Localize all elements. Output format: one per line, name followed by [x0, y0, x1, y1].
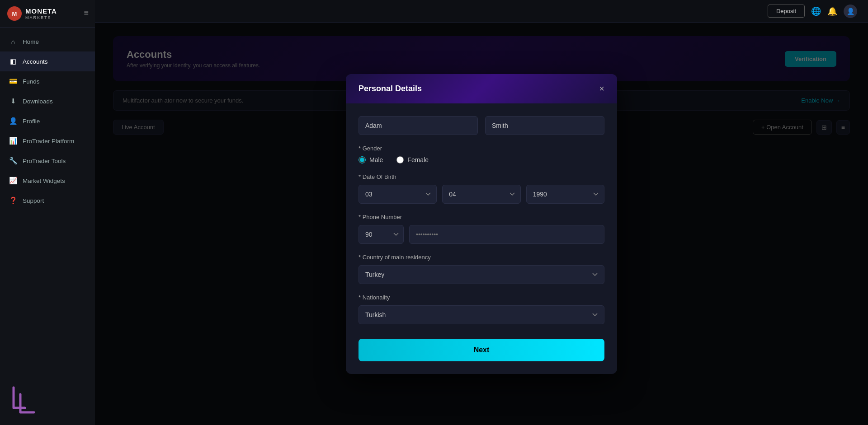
gender-male-radio[interactable]: [359, 156, 366, 163]
modal-title: Personal Details: [359, 84, 422, 93]
notifications-icon[interactable]: 🔔: [827, 6, 837, 16]
dob-label: * Date Of Birth: [359, 173, 604, 180]
logo-markets: MARKETS: [25, 15, 57, 20]
sidebar-nav: ⌂ Home ◧ Accounts 💳 Funds ⬇ Downloads 👤 …: [0, 32, 95, 365]
page-content: Accounts After verifying your identity, …: [95, 23, 868, 425]
protrader-tools-icon: 🔧: [9, 157, 17, 165]
modal-body: * Gender Male Female: [346, 103, 617, 374]
sidebar-item-label: Support: [23, 197, 44, 204]
support-icon: ❓: [9, 196, 17, 205]
phone-code-select[interactable]: 90 1 44 49 33: [359, 225, 404, 244]
modal-overlay: Personal Details × * Gender: [95, 23, 868, 425]
country-label: * Country of main residency: [359, 254, 604, 261]
sidebar-item-protrader-platform[interactable]: 📊 ProTrader Platform: [0, 131, 95, 151]
nationality-select[interactable]: Turkish American British German French: [359, 305, 604, 324]
sidebar-item-label: ProTrader Platform: [23, 138, 74, 145]
sidebar-item-label: Home: [23, 38, 39, 45]
sidebar-item-label: Funds: [23, 78, 40, 85]
logo-moneta: MONETA: [25, 7, 57, 15]
market-widgets-icon: 📈: [9, 177, 17, 185]
gender-label: * Gender: [359, 145, 604, 152]
phone-group: * Phone Number 90 1 44 49 33: [359, 214, 604, 244]
phone-row: 90 1 44 49 33: [359, 225, 604, 244]
lc-logo: [9, 383, 41, 415]
avatar-icon: 👤: [847, 8, 854, 15]
deposit-button[interactable]: Deposit: [768, 5, 805, 18]
phone-number-input[interactable]: [409, 225, 604, 244]
home-icon: ⌂: [9, 38, 17, 46]
last-name-input[interactable]: [485, 116, 604, 135]
funds-icon: 💳: [9, 77, 17, 85]
nationality-group: * Nationality Turkish American British G…: [359, 294, 604, 324]
sidebar-item-support[interactable]: ❓ Support: [0, 191, 95, 210]
first-name-input[interactable]: [359, 116, 478, 135]
dob-month-select[interactable]: 01 02 03 04 05 06 07 08 09 10 11: [359, 185, 437, 204]
downloads-icon: ⬇: [9, 97, 17, 105]
dob-row: 01 02 03 04 05 06 07 08 09 10 11: [359, 185, 604, 204]
modal-header: Personal Details ×: [346, 74, 617, 103]
name-row: [359, 116, 604, 135]
gender-options: Male Female: [359, 156, 604, 163]
dob-group: * Date Of Birth 01 02 03 04 05 06 07 08: [359, 173, 604, 204]
sidebar-item-funds[interactable]: 💳 Funds: [0, 71, 95, 91]
logo-icon: M: [7, 6, 22, 21]
gender-male-label[interactable]: Male: [359, 156, 383, 163]
gender-female-radio[interactable]: [396, 156, 404, 163]
gender-group: * Gender Male Female: [359, 145, 604, 163]
phone-label: * Phone Number: [359, 214, 604, 220]
sidebar-item-market-widgets[interactable]: 📈 Market Widgets: [0, 171, 95, 191]
sidebar-item-home[interactable]: ⌂ Home: [0, 32, 95, 51]
nationality-label: * Nationality: [359, 294, 604, 301]
hamburger-icon[interactable]: ≡: [84, 8, 89, 18]
country-group: * Country of main residency Turkey Unite…: [359, 254, 604, 284]
protrader-platform-icon: 📊: [9, 137, 17, 145]
dob-day-select[interactable]: 01 02 03 04 05 06 07 08 09 10 11: [442, 185, 520, 204]
topbar: Deposit 🌐 🔔 👤: [95, 0, 868, 23]
personal-details-modal: Personal Details × * Gender: [346, 74, 617, 374]
sidebar-item-label: Market Widgets: [23, 177, 65, 184]
sidebar-item-label: Downloads: [23, 98, 53, 105]
globe-icon[interactable]: 🌐: [811, 6, 821, 16]
sidebar: M MONETA MARKETS ≡ ⌂ Home ◧ Accounts 💳 F…: [0, 0, 95, 425]
main-content: Deposit 🌐 🔔 👤 Accounts After verifying y…: [95, 0, 868, 425]
logo-text: MONETA MARKETS: [25, 7, 57, 20]
modal-close-button[interactable]: ×: [599, 84, 604, 93]
accounts-icon: ◧: [9, 57, 17, 65]
next-button[interactable]: Next: [359, 339, 604, 361]
country-select[interactable]: Turkey United States United Kingdom Germ…: [359, 265, 604, 284]
sidebar-item-downloads[interactable]: ⬇ Downloads: [0, 91, 95, 111]
avatar[interactable]: 👤: [844, 5, 857, 18]
logo-area: M MONETA MARKETS ≡: [0, 0, 95, 28]
sidebar-item-accounts[interactable]: ◧ Accounts: [0, 51, 95, 71]
lc-logo-area: [0, 374, 95, 425]
gender-female-text: Female: [407, 156, 429, 163]
profile-icon: 👤: [9, 117, 17, 125]
sidebar-item-label: Accounts: [23, 58, 48, 65]
gender-female-label[interactable]: Female: [396, 156, 429, 163]
gender-male-text: Male: [369, 156, 383, 163]
dob-year-select[interactable]: 1980 1985 1988 1989 1990 1991 1992 1995 …: [526, 185, 604, 204]
sidebar-item-label: Profile: [23, 118, 40, 125]
sidebar-item-profile[interactable]: 👤 Profile: [0, 111, 95, 131]
sidebar-item-protrader-tools[interactable]: 🔧 ProTrader Tools: [0, 151, 95, 171]
sidebar-item-label: ProTrader Tools: [23, 158, 66, 164]
